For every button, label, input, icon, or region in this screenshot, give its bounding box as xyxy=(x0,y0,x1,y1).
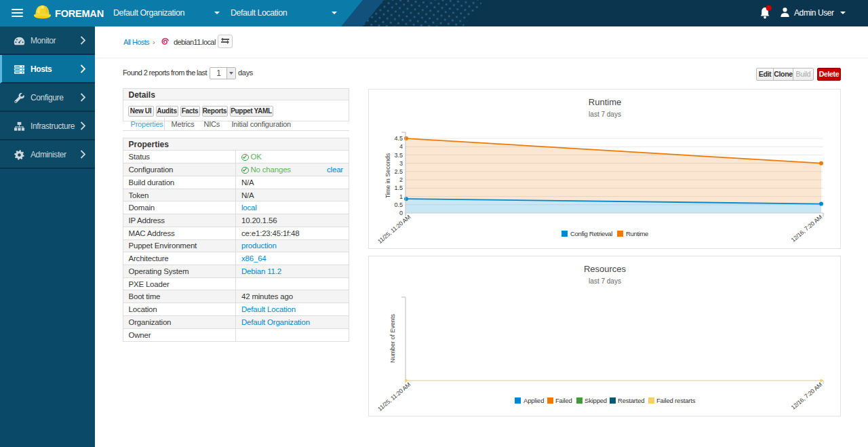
svg-text:12/16, 7:20 AM: 12/16, 7:20 AM xyxy=(790,213,824,243)
svg-text:4.5: 4.5 xyxy=(394,135,403,142)
svg-text:Config Retrieval: Config Retrieval xyxy=(570,230,612,237)
svg-text:Skipped: Skipped xyxy=(585,397,607,404)
svg-text:Runtime: Runtime xyxy=(589,97,621,107)
svg-text:3: 3 xyxy=(399,159,403,166)
svg-text:Resources: Resources xyxy=(584,264,627,274)
svg-text:1.5: 1.5 xyxy=(394,184,403,191)
svg-text:0.5: 0.5 xyxy=(394,201,403,208)
svg-text:11/25, 11:20 AM: 11/25, 11:20 AM xyxy=(376,213,412,244)
svg-text:last 7 days: last 7 days xyxy=(589,111,621,118)
svg-text:0: 0 xyxy=(399,210,403,216)
svg-text:Restarted: Restarted xyxy=(618,397,644,404)
svg-text:Failed: Failed xyxy=(555,397,572,404)
svg-text:4: 4 xyxy=(399,143,403,150)
svg-text:Failed restarts: Failed restarts xyxy=(656,397,696,404)
svg-text:2.5: 2.5 xyxy=(394,168,403,174)
svg-text:Number of Events: Number of Events xyxy=(389,313,396,363)
svg-text:Time in Seconds: Time in Seconds xyxy=(384,153,391,198)
svg-text:Runtime: Runtime xyxy=(626,230,648,237)
svg-text:11/25, 11:20 AM: 11/25, 11:20 AM xyxy=(376,381,412,412)
svg-text:3.5: 3.5 xyxy=(394,151,403,158)
svg-text:2: 2 xyxy=(399,176,403,183)
svg-text:12/16, 7:20 AM: 12/16, 7:20 AM xyxy=(790,381,824,411)
svg-text:1: 1 xyxy=(399,193,403,199)
svg-text:Applied: Applied xyxy=(524,397,544,404)
svg-text:last 7 days: last 7 days xyxy=(589,277,621,285)
